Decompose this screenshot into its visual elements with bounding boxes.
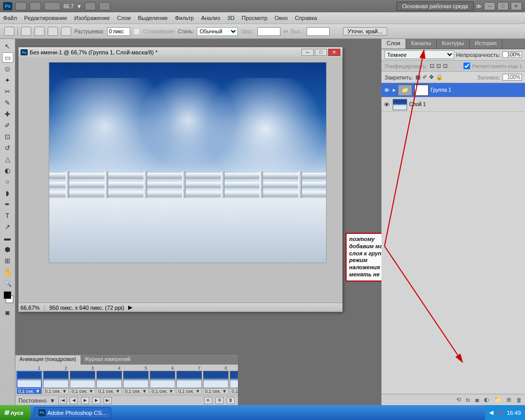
unify-vis-icon[interactable]: ⊡	[436, 63, 441, 69]
crop-tool-icon[interactable]: ✂	[2, 86, 13, 96]
unify-pos-icon[interactable]: ⊡	[430, 63, 434, 69]
feather-input[interactable]	[107, 27, 130, 36]
minimize-icon[interactable]: ─	[484, 2, 495, 10]
tab-animation[interactable]: Анимация (покадровая)	[15, 355, 80, 365]
animation-frame[interactable]: 40,1 сек. ▼	[96, 366, 122, 394]
wand-tool-icon[interactable]: ✦	[2, 75, 13, 85]
refine-edge-button[interactable]: Уточн. край...	[343, 27, 387, 35]
doc-close-icon[interactable]: ✕	[328, 49, 340, 56]
menu-layer[interactable]: Слои	[117, 15, 131, 21]
animation-frame[interactable]: 50,1 сек. ▼	[123, 366, 149, 394]
tab-history[interactable]: История	[470, 39, 502, 49]
marquee-tool-icon[interactable]: ▭	[2, 52, 13, 63]
fx-icon[interactable]: fx	[466, 397, 471, 403]
tab-layers[interactable]: Слои	[381, 39, 406, 49]
animation-frame[interactable]: 20,1 сек. ▼	[43, 366, 69, 394]
menu-help[interactable]: Справка	[295, 15, 317, 21]
add-mask-icon[interactable]: ◙	[475, 397, 479, 403]
minibridge-icon[interactable]	[30, 2, 41, 10]
new-frame-icon[interactable]: ⊞	[215, 397, 224, 404]
maximize-icon[interactable]: □	[497, 2, 509, 10]
tab-measurements[interactable]: Журнал измерений	[80, 355, 135, 365]
animation-frame[interactable]: 70,1 сек. ▼	[176, 366, 202, 394]
layer-thumb[interactable]	[393, 99, 407, 110]
path-tool-icon[interactable]: ↗	[2, 222, 13, 232]
brush-tool-icon[interactable]: ✐	[2, 120, 13, 130]
visibility-icon[interactable]: 👁	[382, 86, 391, 94]
visibility-icon[interactable]: 👁	[382, 101, 391, 109]
quickmask-icon[interactable]: ◙	[2, 307, 13, 317]
menu-file[interactable]: Файл	[3, 15, 17, 21]
bridge-icon[interactable]	[15, 2, 27, 10]
3d-camera-tool-icon[interactable]: ⊞	[2, 255, 13, 266]
title-zoom[interactable]: 66,7	[64, 4, 73, 9]
delete-frame-icon[interactable]: 🗑	[227, 397, 235, 404]
lock-pos-icon[interactable]: ✥	[429, 74, 434, 81]
menu-3d[interactable]: 3D	[227, 15, 234, 21]
heal-tool-icon[interactable]: ✚	[2, 109, 13, 119]
opacity-input[interactable]	[502, 51, 522, 58]
marquee-intersect-icon[interactable]	[61, 27, 71, 36]
adjustment-icon[interactable]: ◐	[484, 396, 489, 403]
new-group-icon[interactable]: 📁	[494, 396, 501, 403]
menu-select[interactable]: Выделение	[138, 15, 168, 21]
new-layer-icon[interactable]: ⊞	[507, 396, 511, 403]
propagate-checkbox[interactable]	[463, 63, 470, 69]
tray-icon[interactable]: 🔺	[496, 409, 503, 416]
type-tool-icon[interactable]: T	[2, 210, 13, 221]
lasso-tool-icon[interactable]: ⊙	[2, 64, 13, 74]
delete-layer-icon[interactable]: 🗑	[516, 397, 522, 403]
loop-select[interactable]: Постоянно	[18, 397, 47, 404]
unify-style-icon[interactable]: ⊡	[443, 63, 448, 69]
layer-name[interactable]: Группа 1	[431, 87, 451, 93]
document-canvas[interactable]	[49, 63, 326, 263]
document-titlebar[interactable]: Ps Без имени-1 @ 66,7% (Группа 1, Слой-м…	[18, 47, 342, 57]
taskbar-app[interactable]: Ps Adobe Photoshop CS...	[34, 407, 111, 418]
expand-icon[interactable]: ▸	[393, 87, 396, 93]
pen-tool-icon[interactable]: ✒	[2, 199, 13, 209]
layer-mask-thumb[interactable]	[414, 85, 429, 96]
tool-preset-icon[interactable]	[4, 27, 14, 36]
animation-frame[interactable]: 80,1 сек. ▼	[203, 366, 229, 394]
shape-tool-icon[interactable]: ▬	[2, 233, 13, 243]
animation-frame[interactable]: 90,1 сек. ▼	[230, 366, 238, 394]
play-icon[interactable]: ▶	[81, 397, 89, 404]
eraser-tool-icon[interactable]: △	[2, 154, 13, 164]
status-arrow-icon[interactable]: ▶	[128, 304, 132, 311]
tray-icon[interactable]: ◀	[489, 409, 493, 416]
marquee-new-icon[interactable]	[21, 27, 31, 36]
move-tool-icon[interactable]: ↖	[2, 41, 13, 51]
clock[interactable]: 16:49	[507, 410, 521, 416]
close-icon[interactable]: ✕	[511, 2, 522, 10]
style-select[interactable]: Обычный	[197, 27, 238, 36]
menu-edit[interactable]: Редактирование	[24, 15, 67, 21]
tab-paths[interactable]: Контуры	[437, 39, 470, 49]
link-layers-icon[interactable]: ⟲	[456, 396, 461, 403]
layer-name[interactable]: Слой 1	[409, 102, 426, 107]
history-brush-tool-icon[interactable]: ↺	[2, 143, 13, 153]
blend-mode-select[interactable]: Темнее	[385, 50, 454, 59]
menu-filter[interactable]: Фильтр	[175, 15, 194, 21]
blur-tool-icon[interactable]: ○	[2, 176, 13, 187]
zoom-tool-icon[interactable]: 🔍	[2, 278, 13, 288]
status-info[interactable]: 950 пикс. x 640 пикс. (72 ppi)	[49, 305, 124, 311]
start-button[interactable]: ⊞ пуск	[0, 405, 31, 420]
doc-min-icon[interactable]: ─	[301, 49, 314, 56]
menu-view[interactable]: Просмотр	[241, 15, 267, 21]
dodge-tool-icon[interactable]: ◗	[2, 188, 13, 198]
first-frame-icon[interactable]: |◀	[58, 397, 67, 404]
menu-analysis[interactable]: Анализ	[201, 15, 220, 21]
marquee-sub-icon[interactable]	[48, 27, 58, 36]
doc-max-icon[interactable]: □	[315, 49, 327, 56]
prev-frame-icon[interactable]: ◀	[70, 397, 78, 404]
foreground-swatch[interactable]	[4, 291, 11, 299]
hand-tool-icon[interactable]: ✋	[2, 267, 13, 277]
animation-frame[interactable]: 60,1 сек. ▼	[150, 366, 175, 394]
animation-frame[interactable]: 10,1 сек. ▼	[16, 366, 42, 394]
workspace-button[interactable]: Основная рабочая среда	[396, 2, 474, 11]
eyedropper-tool-icon[interactable]: ✎	[2, 97, 13, 108]
gradient-tool-icon[interactable]: ◐	[2, 165, 13, 175]
3d-tool-icon[interactable]: ⬢	[2, 244, 13, 254]
system-tray[interactable]: ◀ 🔺 16:49	[485, 405, 525, 420]
workspace-more-icon[interactable]: ≫	[476, 3, 482, 10]
